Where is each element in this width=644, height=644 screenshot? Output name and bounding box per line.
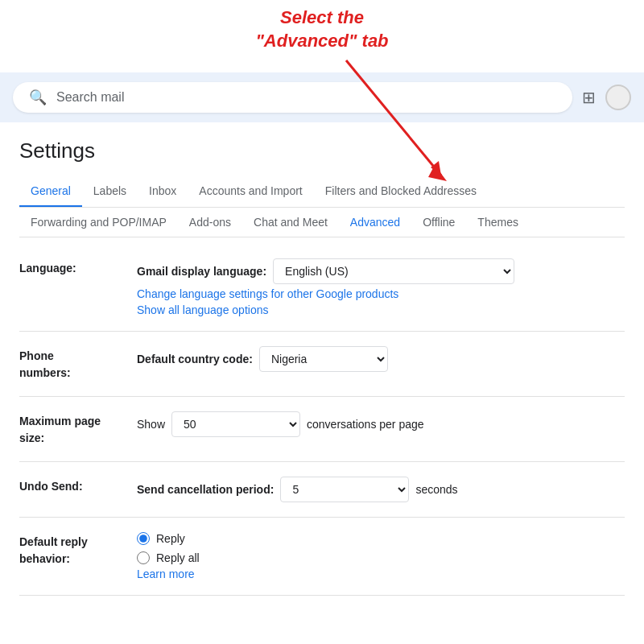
search-icon: 🔍 <box>29 89 47 106</box>
annotation-overlay: Select the "Advanced" tab <box>0 6 644 52</box>
reply-all-label-text: Reply all <box>156 551 200 564</box>
change-language-link[interactable]: Change language settings for other Googl… <box>137 287 625 300</box>
conversations-per-page-text: conversations per page <box>307 418 424 431</box>
page-title: Settings <box>19 138 625 163</box>
gmail-display-language-label: Gmail display language: <box>137 265 266 278</box>
reply-behavior-label: Default replybehavior: <box>19 532 124 568</box>
annotation-line1: Select the <box>280 7 364 27</box>
send-cancellation-label: Send cancellation period: <box>137 483 274 496</box>
tabs-row-1: General Labels Inbox Accounts and Import… <box>19 176 625 208</box>
radio-reply-input[interactable] <box>137 532 150 545</box>
reply-radio-group: Reply Reply all <box>137 532 625 564</box>
tab-addons[interactable]: Add-ons <box>178 208 242 237</box>
setting-row-language: Language: Gmail display language: Englis… <box>19 244 625 332</box>
language-label: Language: <box>19 258 124 277</box>
seconds-text: seconds <box>415 483 457 496</box>
settings-container: Settings General Labels Inbox Accounts a… <box>0 122 644 596</box>
tab-general[interactable]: General <box>19 176 82 208</box>
filter-icon[interactable]: ⊞ <box>582 88 596 107</box>
page-size-content: Show 10 15 20 25 50 100 conversations pe… <box>137 411 625 437</box>
tab-filters-blocked[interactable]: Filters and Blocked Addresses <box>314 176 488 208</box>
country-code-select[interactable]: Nigeria United States United Kingdom Can… <box>259 346 388 372</box>
tab-advanced[interactable]: Advanced <box>339 208 411 237</box>
tab-labels[interactable]: Labels <box>82 176 138 208</box>
setting-row-reply: Default replybehavior: Reply Reply all L… <box>19 518 625 596</box>
reply-label-text: Reply <box>156 532 185 545</box>
search-placeholder: Search mail <box>56 90 124 105</box>
default-country-code-label: Default country code: <box>137 353 253 365</box>
phone-label: Phonenumbers: <box>19 346 124 382</box>
language-select[interactable]: English (US) English (UK) French Spanish… <box>273 258 514 284</box>
tab-themes[interactable]: Themes <box>466 208 530 237</box>
search-bar-row: 🔍 Search mail ⊞ <box>0 72 644 122</box>
tab-inbox[interactable]: Inbox <box>138 176 188 208</box>
tab-offline[interactable]: Offline <box>411 208 466 237</box>
tab-accounts-import[interactable]: Accounts and Import <box>188 176 313 208</box>
tab-chat-meet[interactable]: Chat and Meet <box>242 208 339 237</box>
account-avatar[interactable] <box>605 85 631 110</box>
radio-reply-all[interactable]: Reply all <box>137 551 625 564</box>
annotation-line2: "Advanced" tab <box>255 31 388 51</box>
page-size-select[interactable]: 10 15 20 25 50 100 <box>171 411 300 437</box>
tabs-row-2: Forwarding and POP/IMAP Add-ons Chat and… <box>19 208 625 237</box>
cancellation-period-select[interactable]: 5 10 20 30 <box>280 477 409 502</box>
page-size-label: Maximum pagesize: <box>19 411 124 447</box>
setting-row-page-size: Maximum pagesize: Show 10 15 20 25 50 10… <box>19 397 625 462</box>
tab-forwarding[interactable]: Forwarding and POP/IMAP <box>19 208 178 237</box>
setting-row-undo-send: Undo Send: Send cancellation period: 5 1… <box>19 462 625 518</box>
reply-content: Reply Reply all Learn more <box>137 532 625 580</box>
radio-reply-all-input[interactable] <box>137 551 150 564</box>
undo-send-label: Undo Send: <box>19 477 124 495</box>
learn-more-link[interactable]: Learn more <box>137 568 625 580</box>
search-bar[interactable]: 🔍 Search mail <box>13 82 572 113</box>
show-all-language-link[interactable]: Show all language options <box>137 303 625 316</box>
radio-reply[interactable]: Reply <box>137 532 625 545</box>
phone-content: Default country code: Nigeria United Sta… <box>137 346 625 372</box>
setting-row-phone: Phonenumbers: Default country code: Nige… <box>19 332 625 397</box>
language-content: Gmail display language: English (US) Eng… <box>137 258 625 316</box>
show-label: Show <box>137 418 165 431</box>
undo-send-content: Send cancellation period: 5 10 20 30 sec… <box>137 477 625 502</box>
